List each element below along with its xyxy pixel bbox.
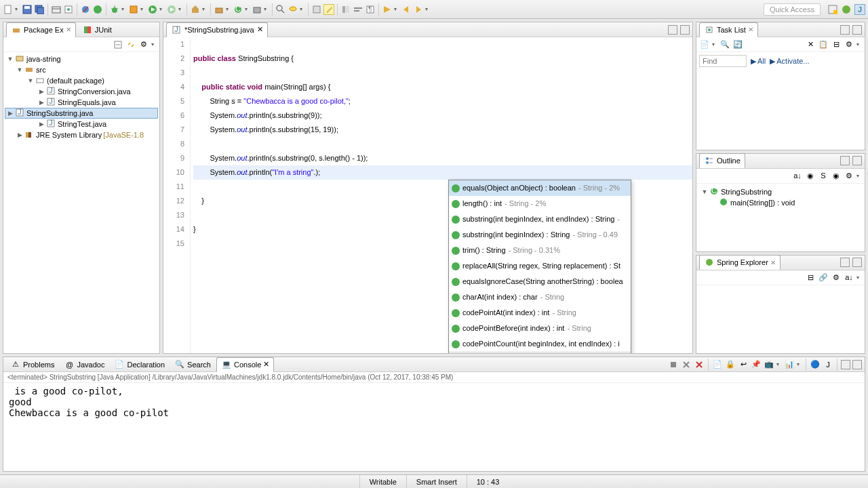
hide-fields-icon[interactable]: ◉ — [805, 170, 816, 181]
maximize-icon[interactable] — [852, 156, 862, 165]
schedule-icon[interactable]: ✕ — [805, 39, 816, 50]
relaunch-icon[interactable] — [311, 4, 322, 15]
minimize-icon[interactable] — [841, 360, 850, 369]
console-tab-problems[interactable]: ⚠Problems — [6, 358, 58, 371]
run-dropdown[interactable]: ▾ — [159, 4, 165, 15]
open-task-icon[interactable] — [63, 4, 74, 15]
save-icon[interactable] — [22, 4, 33, 15]
collapse-icon[interactable]: ⊟ — [831, 39, 842, 50]
se-icon4[interactable]: a↓ — [844, 272, 854, 283]
scroll-lock-icon[interactable]: 🔒 — [725, 359, 736, 370]
new-package-icon[interactable] — [214, 4, 224, 15]
hide-static-icon[interactable]: S — [818, 170, 829, 181]
word-wrap-icon[interactable]: ↩ — [738, 359, 749, 370]
se-icon3[interactable]: ⚙ — [831, 272, 842, 283]
close-icon[interactable]: ✕ — [770, 259, 776, 266]
content-assist-item[interactable]: equals(Object anObject) : boolean - Stri… — [449, 180, 631, 196]
close-icon[interactable]: ✕ — [66, 26, 71, 33]
minimize-icon[interactable] — [668, 25, 677, 35]
outline-class-node[interactable]: ▼CStringSubstring — [699, 186, 862, 197]
new-icon[interactable] — [3, 4, 14, 15]
project-node[interactable]: ▼java-string — [5, 54, 158, 64]
skip-breakpoints-icon[interactable] — [80, 4, 91, 15]
java-file-node[interactable]: ▶JStringEquals.java — [5, 97, 158, 108]
close-icon[interactable]: ✕ — [748, 26, 753, 33]
run-last-icon[interactable] — [166, 4, 177, 15]
se-icon2[interactable]: 🔗 — [818, 272, 829, 283]
terminate-icon[interactable] — [668, 359, 679, 370]
save-all-icon[interactable] — [34, 4, 45, 15]
focus-icon[interactable]: ⚙ — [844, 39, 854, 50]
content-assist-item[interactable]: codePointCount(int beginIndex, int endIn… — [449, 336, 631, 352]
console-output[interactable]: is a good co-pilot, good Chewbacca is a … — [3, 383, 865, 471]
search-dropdown[interactable]: ▾ — [300, 4, 305, 15]
content-assist-item[interactable]: equalsIgnoreCase(String anotherString) :… — [449, 274, 631, 289]
spring-explorer-tab[interactable]: Spring Explorer ✕ — [699, 255, 781, 270]
console-tab-javadoc[interactable]: @Javadoc — [60, 358, 108, 371]
editor-body[interactable]: 123456789101112131415 public class Strin… — [163, 37, 692, 353]
minimize-icon[interactable] — [840, 156, 850, 165]
minimize-icon[interactable] — [840, 25, 850, 35]
close-icon[interactable]: ✕ — [257, 25, 263, 34]
open-type-icon[interactable] — [275, 4, 286, 15]
content-assist-item[interactable]: codePointBefore(int index) : int - Strin… — [449, 321, 631, 336]
link-editor-icon[interactable] — [125, 39, 136, 50]
back-icon[interactable] — [401, 4, 412, 15]
search-icon[interactable] — [288, 4, 298, 15]
breadcrumb-icon[interactable] — [353, 4, 363, 15]
se-icon1[interactable]: ⊟ — [805, 272, 816, 283]
console-tab-search[interactable]: 🔍Search — [170, 358, 215, 371]
forward-icon[interactable] — [413, 4, 424, 15]
spring-perspective-icon[interactable] — [841, 4, 852, 15]
server-dropdown[interactable]: ▾ — [264, 4, 269, 15]
lifecycles-icon[interactable]: 🔵 — [810, 359, 821, 370]
debug-icon[interactable] — [109, 4, 120, 15]
run-icon[interactable] — [147, 4, 158, 15]
default-package-node[interactable]: ▼(default package) — [5, 75, 158, 86]
maximize-icon[interactable] — [852, 258, 862, 267]
clear-console-icon[interactable]: 📄 — [712, 359, 723, 370]
categorize-icon[interactable]: 🔍 — [719, 39, 730, 50]
content-assist-item[interactable]: codePointAt(int index) : int - String — [449, 305, 631, 321]
presentation-icon[interactable]: 📋 — [818, 39, 829, 50]
remove-all-icon[interactable] — [694, 359, 705, 370]
view-menu-dropdown[interactable]: ▾ — [151, 39, 157, 50]
maximize-icon[interactable] — [680, 25, 690, 35]
sync-icon[interactable]: 🔄 — [732, 39, 743, 50]
coverage-dropdown[interactable]: ▾ — [140, 4, 146, 15]
java-file-node[interactable]: ▶JStringSubstring.java — [5, 108, 158, 119]
coverage-icon[interactable] — [128, 4, 139, 15]
java-file-node[interactable]: ▶JStringTest.java — [5, 119, 158, 129]
focus-task-icon[interactable]: ⚙ — [138, 39, 149, 50]
display-selected-icon[interactable]: 📺 — [764, 359, 774, 370]
activate-link[interactable]: ▶ Activate... — [770, 57, 809, 66]
pkg-dropdown[interactable]: ▾ — [226, 4, 231, 15]
package-explorer-tab[interactable]: Package Ex ✕ — [6, 22, 76, 37]
toggle-annotations-icon[interactable] — [340, 4, 351, 15]
outline-method-node[interactable]: main(String[]) : void — [699, 197, 862, 208]
highlighter-icon[interactable] — [323, 4, 334, 15]
all-link[interactable]: ▶ All — [751, 57, 766, 66]
new-task-icon[interactable]: 📄 — [699, 39, 710, 50]
switch-editor-icon[interactable] — [51, 4, 62, 15]
show-whitespace-icon[interactable]: ¶ — [365, 4, 376, 15]
remove-launch-icon[interactable] — [681, 359, 692, 370]
console-tab-console[interactable]: 💻Console✕ — [216, 357, 274, 372]
new-dropdown[interactable]: ▾ — [15, 4, 20, 15]
hide-nonpublic-icon[interactable]: ◉ — [831, 170, 842, 181]
ext-dropdown[interactable]: ▾ — [202, 4, 208, 15]
maximize-icon[interactable] — [852, 25, 862, 35]
content-assist-item[interactable]: substring(int beginIndex, int endIndex) … — [449, 211, 631, 227]
java-stack-icon[interactable]: J — [823, 359, 833, 370]
quick-access-field[interactable]: Quick Access — [764, 3, 821, 16]
new-class-icon[interactable]: C — [233, 4, 243, 15]
focus-icon[interactable]: ⚙ — [844, 170, 854, 181]
task-list-tab[interactable]: Task List ✕ — [699, 22, 758, 37]
new-server-icon[interactable] — [252, 4, 262, 15]
resume-icon[interactable] — [92, 4, 103, 15]
open-perspective-icon[interactable] — [827, 4, 838, 15]
content-assist-item[interactable]: trim() : String - String - 0.31% — [449, 243, 631, 258]
jre-library-node[interactable]: ▶JRE System Library [JavaSE-1.8 — [5, 129, 158, 140]
content-assist-item[interactable]: length() : int - String - 2% — [449, 196, 631, 211]
outline-tab[interactable]: Outline — [699, 153, 745, 168]
